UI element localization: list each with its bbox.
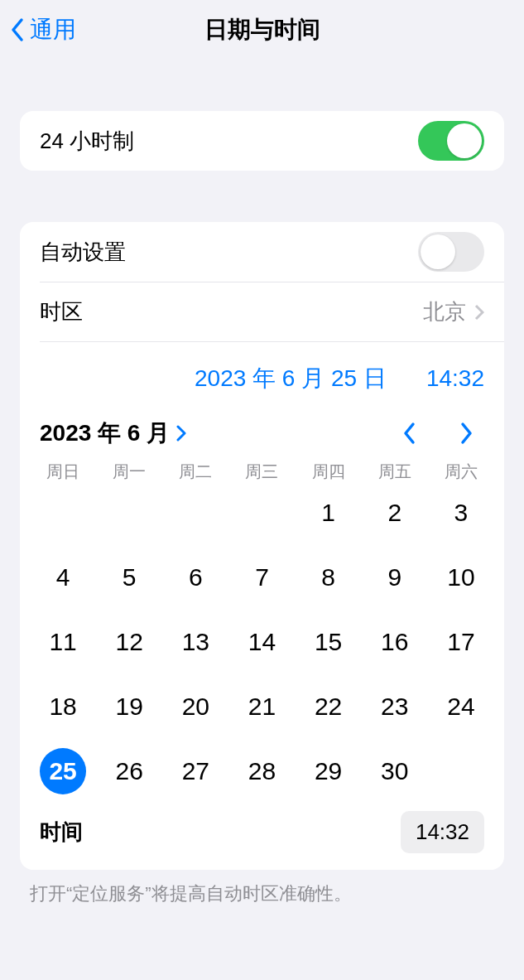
calendar-day[interactable]: 17: [428, 617, 494, 667]
calendar-day[interactable]: 19: [96, 682, 162, 731]
picked-date[interactable]: 2023 年 6 月 25 日: [195, 363, 387, 394]
auto-set-label: 自动设置: [40, 238, 418, 267]
back-button[interactable]: 通用: [10, 14, 76, 46]
time-label: 时间: [40, 818, 83, 847]
calendar-day[interactable]: 27: [162, 746, 228, 796]
chevron-right-icon: [176, 425, 186, 442]
calendar-day[interactable]: 1: [296, 488, 362, 538]
twenty-four-hour-toggle[interactable]: [418, 121, 484, 161]
timezone-label: 时区: [40, 297, 423, 326]
time-picker[interactable]: 14:32: [401, 811, 484, 853]
calendar-day[interactable]: 26: [96, 746, 162, 796]
calendar-day[interactable]: 28: [228, 746, 295, 796]
calendar-day[interactable]: 25: [30, 746, 96, 796]
calendar-day[interactable]: 3: [428, 488, 494, 538]
timezone-row[interactable]: 时区 北京: [40, 282, 504, 341]
chevron-left-icon: [10, 17, 26, 43]
auto-set-row: 自动设置: [20, 222, 504, 282]
calendar-day[interactable]: 4: [30, 553, 96, 602]
calendar-day[interactable]: 9: [362, 553, 428, 602]
calendar-prev-month[interactable]: [392, 421, 428, 446]
calendar-day[interactable]: 2: [362, 488, 428, 538]
calendar-next-month[interactable]: [448, 421, 484, 446]
chevron-right-icon: [474, 304, 484, 321]
weekday-label: 周二: [162, 461, 228, 483]
weekday-label: 周四: [296, 461, 362, 483]
calendar-day[interactable]: 6: [162, 553, 228, 602]
calendar-day[interactable]: 22: [296, 682, 362, 731]
calendar-month-label[interactable]: 2023 年 6 月: [40, 418, 170, 449]
calendar-day[interactable]: 16: [362, 617, 428, 667]
auto-set-toggle[interactable]: [418, 232, 484, 272]
picked-time[interactable]: 14:32: [426, 365, 484, 392]
twenty-four-hour-row: 24 小时制: [20, 111, 504, 171]
calendar-day[interactable]: 13: [162, 617, 228, 667]
chevron-left-icon: [402, 421, 417, 446]
calendar-day[interactable]: 14: [228, 617, 295, 667]
calendar-day[interactable]: 10: [428, 553, 494, 602]
weekday-label: 周一: [96, 461, 162, 483]
calendar-day[interactable]: 20: [162, 682, 228, 731]
calendar-day[interactable]: 15: [296, 617, 362, 667]
calendar-day[interactable]: 5: [96, 553, 162, 602]
calendar-month-expand[interactable]: [176, 425, 186, 442]
calendar-day[interactable]: 23: [362, 682, 428, 731]
picked-datetime-row: 2023 年 6 月 25 日 14:32: [40, 341, 504, 401]
calendar-day[interactable]: 8: [296, 553, 362, 602]
weekday-label: 周六: [428, 461, 494, 483]
page-title: 日期与时间: [204, 14, 320, 46]
calendar-day[interactable]: 11: [30, 617, 96, 667]
weekday-label: 周日: [30, 461, 96, 483]
footer-note: 打开“定位服务”将提高自动时区准确性。: [30, 881, 494, 906]
weekday-label: 周三: [228, 461, 295, 483]
back-label: 通用: [30, 14, 76, 46]
calendar-day[interactable]: 21: [228, 682, 295, 731]
calendar-day[interactable]: 7: [228, 553, 295, 602]
calendar-day[interactable]: 29: [296, 746, 362, 796]
calendar-day[interactable]: 12: [96, 617, 162, 667]
calendar-day[interactable]: 30: [362, 746, 428, 796]
twenty-four-hour-label: 24 小时制: [40, 127, 418, 156]
calendar-day[interactable]: 24: [428, 682, 494, 731]
calendar-day[interactable]: 18: [30, 682, 96, 731]
timezone-value: 北京: [423, 297, 466, 326]
chevron-right-icon: [459, 421, 474, 446]
weekday-label: 周五: [362, 461, 428, 483]
